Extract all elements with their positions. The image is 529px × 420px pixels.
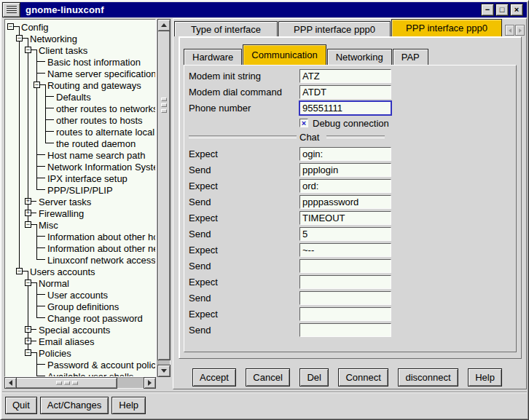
- tree-item[interactable]: Group definitions: [5, 301, 155, 312]
- tab-scroll-left-button[interactable]: [505, 25, 514, 36]
- tree-line: [19, 56, 20, 68]
- debug-connection-checkbox[interactable]: [299, 119, 308, 127]
- tree-item[interactable]: User accounts: [5, 289, 155, 301]
- tab-ppp-interface-ppp0[interactable]: PPP interface ppp0: [278, 21, 391, 36]
- tree-horizontal-scrollbar-thumb[interactable]: [15, 377, 117, 389]
- tree-expander-collapsed-icon[interactable]: [25, 326, 31, 333]
- minimize-button[interactable]: −: [481, 4, 494, 16]
- tree-item[interactable]: Users accounts: [5, 266, 155, 277]
- tree-item[interactable]: Server tasks: [5, 196, 155, 207]
- send-input[interactable]: [299, 259, 391, 273]
- window-menu-button[interactable]: [2, 2, 20, 17]
- maximize-button[interactable]: □: [495, 4, 509, 16]
- send-row: Send: [184, 162, 516, 178]
- tree-item[interactable]: Host name search path: [5, 149, 155, 161]
- tree-item[interactable]: other routes to networks: [5, 103, 155, 114]
- tree-item[interactable]: routes to alternate local ne: [5, 126, 155, 138]
- tab-pap[interactable]: PAP: [393, 49, 428, 65]
- tree-line: [36, 61, 45, 62]
- tree-expander-expanded-icon[interactable]: [25, 221, 31, 228]
- help-button[interactable]: Help: [111, 397, 146, 414]
- tree-item[interactable]: Firewalling: [5, 207, 155, 219]
- tab-communication[interactable]: Communication: [243, 44, 326, 65]
- tree-item[interactable]: Network Information System: [5, 161, 155, 173]
- tree-item[interactable]: the routed daemon: [5, 138, 155, 149]
- tree-expander-collapsed-icon[interactable]: [25, 338, 31, 344]
- tree-line: [36, 149, 37, 161]
- tree-expander-expanded-icon[interactable]: [34, 82, 40, 88]
- tree-item[interactable]: PPP/SLIP/PLIP: [5, 184, 155, 196]
- tree-item[interactable]: other routes to hosts: [5, 114, 155, 126]
- tree-expander-expanded-icon[interactable]: [25, 47, 31, 53]
- expect-input[interactable]: [299, 275, 391, 289]
- scroll-down-button[interactable]: [157, 365, 171, 377]
- tree-expander-expanded-icon[interactable]: [25, 349, 31, 356]
- modem-dial-command-input[interactable]: [299, 85, 391, 99]
- tree-vertical-scrollbar-thumb[interactable]: [157, 30, 171, 360]
- tree-expander-collapsed-icon[interactable]: [25, 210, 31, 216]
- arrow-down-icon: [161, 369, 167, 376]
- tree-item[interactable]: Change root password: [5, 312, 155, 324]
- tree-item[interactable]: Information about other hosts: [5, 231, 155, 242]
- disconnect-button[interactable]: disconnect: [398, 368, 458, 387]
- send-input[interactable]: [299, 195, 391, 209]
- tree-item[interactable]: Special accounts: [5, 324, 155, 336]
- expect-input[interactable]: [299, 179, 391, 193]
- tree-item[interactable]: Available user shells: [5, 371, 155, 377]
- expect-input[interactable]: [299, 307, 391, 321]
- send-row: Send: [184, 290, 516, 306]
- connect-button[interactable]: Connect: [338, 368, 388, 387]
- tree-item[interactable]: Defaults: [5, 91, 155, 103]
- help-button[interactable]: Help: [468, 368, 502, 387]
- send-input[interactable]: [299, 291, 391, 305]
- cancel-button[interactable]: Cancel: [246, 368, 289, 387]
- accept-button[interactable]: Accept: [192, 368, 236, 387]
- tree-line: [19, 242, 20, 254]
- modem-init-string-input[interactable]: [299, 69, 391, 83]
- tree-line: [28, 184, 28, 196]
- send-input[interactable]: [299, 323, 391, 337]
- tab-networking[interactable]: Networking: [327, 49, 392, 65]
- tree-expander-expanded-icon[interactable]: [16, 268, 23, 274]
- tree-line: [19, 26, 20, 33]
- tree-item[interactable]: Information about other netw: [5, 242, 155, 254]
- tree-item[interactable]: Normal: [5, 277, 155, 289]
- tab-scroll-right-button[interactable]: [515, 25, 525, 36]
- expect-input[interactable]: [299, 147, 391, 161]
- window: gnome-linuxconf −□× ConfigNetworkingClie…: [0, 0, 529, 420]
- tree-expander-expanded-icon[interactable]: [25, 280, 31, 286]
- tree-item[interactable]: Basic host information: [5, 56, 155, 68]
- expect-label: Expect: [189, 309, 299, 320]
- tab-type-of-interface[interactable]: Type of interface: [174, 21, 278, 36]
- tab-hardware[interactable]: Hardware: [184, 49, 242, 65]
- tree-item[interactable]: Client tasks: [5, 44, 155, 56]
- scroll-right-button[interactable]: [144, 377, 156, 389]
- quit-button[interactable]: Quit: [5, 397, 37, 414]
- phone-number-input[interactable]: [299, 101, 391, 115]
- expect-input[interactable]: [299, 211, 391, 225]
- close-icon: ×: [514, 5, 519, 15]
- del-button[interactable]: Del: [299, 368, 329, 387]
- send-input[interactable]: [299, 227, 391, 241]
- tree-item[interactable]: Policies: [5, 347, 155, 359]
- act-changes-button[interactable]: Act/Changes: [40, 397, 109, 414]
- tree-expander-expanded-icon[interactable]: [16, 35, 23, 41]
- tree-item[interactable]: Name server specification (D: [5, 68, 155, 79]
- scroll-left-button[interactable]: [4, 377, 17, 389]
- tree-item[interactable]: Email aliases: [5, 336, 155, 347]
- tree-expander-collapsed-icon[interactable]: [25, 198, 31, 205]
- close-button[interactable]: ×: [510, 4, 523, 16]
- tree-item[interactable]: Misc: [5, 219, 155, 231]
- tree-item[interactable]: Password & account policie: [5, 359, 155, 371]
- tab-ppp-interface-ppp0[interactable]: PPP interface ppp0: [391, 19, 502, 36]
- tree-line: [36, 138, 37, 149]
- expect-input[interactable]: [299, 243, 391, 257]
- tree-item[interactable]: Config: [5, 21, 155, 33]
- send-input[interactable]: [299, 163, 391, 177]
- tree-item[interactable]: Networking: [5, 33, 155, 44]
- tree-expander-expanded-icon[interactable]: [7, 23, 14, 30]
- tree-item[interactable]: Routing and gateways: [5, 79, 155, 91]
- tree-item[interactable]: IPX interface setup: [5, 173, 155, 184]
- tree-item[interactable]: Linuxconf network access: [5, 254, 155, 266]
- scroll-up-button[interactable]: [157, 19, 171, 31]
